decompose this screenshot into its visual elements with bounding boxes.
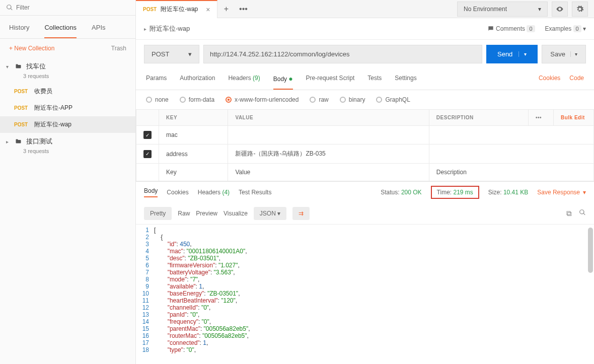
comments-button[interactable]: Comments 0 (487, 25, 535, 33)
chevron-down-icon: ▾ (188, 50, 192, 58)
tab-params[interactable]: Params (146, 68, 167, 90)
chevron-right-icon: ▸ (144, 26, 146, 32)
collection-name: 接口测试 (26, 137, 52, 146)
more-tabs-button[interactable]: ••• (235, 5, 252, 14)
status-label: Status: 200 OK (381, 189, 421, 196)
save-button[interactable]: Save▾ (542, 45, 586, 63)
resp-tab-tests[interactable]: Test Results (239, 189, 271, 196)
resp-tab-body[interactable]: Body (144, 187, 158, 197)
cell-key[interactable]: mac (159, 126, 228, 144)
request-name: 附近车位-APP (34, 104, 72, 112)
chevron-down-icon[interactable]: ▾ (518, 51, 527, 57)
checkbox[interactable]: ✓ (143, 131, 152, 139)
close-icon[interactable]: × (206, 6, 210, 14)
tab-collections[interactable]: Collections (44, 16, 77, 38)
collection-subtitle: 3 requests (23, 73, 135, 79)
tab-headers[interactable]: Headers (9) (228, 68, 260, 90)
breadcrumb[interactable]: ▸ 附近车位-wap (144, 24, 190, 33)
tab-authorization[interactable]: Authorization (180, 68, 215, 90)
request-item[interactable]: POST 附近车位-APP (0, 100, 135, 116)
radio-formdata[interactable]: form-data (180, 96, 214, 103)
tab-method: POST (143, 7, 157, 12)
cell-desc[interactable] (429, 144, 593, 164)
copy-icon[interactable]: ⧉ (566, 209, 572, 218)
collection-item[interactable]: ▾ 找车位 (0, 58, 135, 75)
filter-input[interactable] (16, 4, 129, 11)
cell-key[interactable]: Key (159, 164, 228, 181)
radio-binary[interactable]: binary (340, 96, 365, 103)
search-icon[interactable] (579, 209, 586, 218)
radio-urlencoded[interactable]: x-www-form-urlencoded (226, 96, 299, 103)
time-label: Time: 219 ms (431, 186, 479, 199)
request-tab[interactable]: POST 附近车位-wap × (136, 0, 217, 18)
col-desc: DESCRIPTION (429, 110, 528, 126)
request-method: POST (14, 89, 29, 94)
view-visualize[interactable]: Visualize (224, 210, 248, 217)
collection-item[interactable]: ▸ 接口测试 (0, 133, 135, 150)
cell-desc[interactable]: Description (429, 164, 593, 181)
tab-apis[interactable]: APIs (92, 16, 105, 38)
col-key: KEY (159, 110, 228, 126)
table-row[interactable]: ✓ mac (136, 126, 594, 144)
request-item[interactable]: POST 收费员 (0, 83, 135, 100)
cell-desc[interactable] (429, 126, 593, 144)
scrollbar[interactable] (588, 228, 593, 273)
chevron-right-icon: ▸ (6, 139, 10, 144)
tab-history[interactable]: History (9, 16, 29, 38)
cell-key[interactable]: address (159, 144, 228, 164)
request-method: POST (14, 105, 29, 111)
params-table: KEY VALUE DESCRIPTION ••• Bulk Edit ✓ ma… (136, 109, 594, 181)
save-response-button[interactable]: Save Response ▾ (537, 189, 586, 196)
cell-value[interactable]: Value (228, 164, 429, 181)
radio-none[interactable]: none (146, 96, 169, 103)
tab-settings[interactable]: Settings (395, 68, 416, 90)
method-select[interactable]: POST▾ (144, 45, 199, 63)
response-body[interactable]: 1[2 {3 "id": 450,4 "mac": "0001180614000… (136, 225, 594, 364)
more-icon[interactable]: ••• (529, 110, 554, 126)
send-button[interactable]: Send▾ (486, 45, 538, 63)
cell-value[interactable]: 新疆路-（国庆路-乌镇路）ZB-035 (228, 144, 429, 164)
eye-icon[interactable] (552, 2, 568, 17)
request-method: POST (14, 122, 29, 127)
environment-select[interactable]: No Environment ▾ (457, 2, 548, 17)
view-preview[interactable]: Preview (196, 210, 217, 217)
folder-icon (14, 63, 22, 69)
trash-link[interactable]: Trash (111, 45, 126, 52)
size-label: Size: 10.41 KB (488, 189, 528, 196)
tab-prerequest[interactable]: Pre-request Script (306, 68, 355, 90)
gear-icon[interactable] (572, 2, 588, 17)
search-icon (6, 4, 13, 11)
breadcrumb-name: 附近车位-wap (150, 24, 190, 33)
tab-title: 附近车位-wap (161, 5, 198, 14)
table-row[interactable]: ✓ address 新疆路-（国庆路-乌镇路）ZB-035 (136, 144, 594, 164)
chevron-down-icon: ▾ (538, 6, 541, 13)
view-pretty[interactable]: Pretty (144, 207, 172, 220)
col-value: VALUE (228, 110, 429, 126)
bulk-edit-link[interactable]: Bulk Edit (561, 115, 585, 120)
wrap-icon[interactable]: ⇉ (292, 207, 310, 220)
new-collection-button[interactable]: + New Collection (9, 45, 54, 52)
checkbox[interactable]: ✓ (143, 150, 152, 158)
tab-tests[interactable]: Tests (367, 68, 382, 90)
examples-button[interactable]: Examples 0 ▾ (545, 25, 586, 32)
new-tab-button[interactable]: + (217, 5, 235, 14)
resp-tab-cookies[interactable]: Cookies (167, 189, 188, 196)
folder-icon (14, 138, 22, 144)
url-input[interactable] (203, 45, 482, 63)
radio-raw[interactable]: raw (310, 96, 328, 103)
collection-name: 找车位 (26, 62, 46, 71)
cell-value[interactable] (228, 126, 429, 144)
table-row[interactable]: Key Value Description (136, 164, 594, 181)
view-raw[interactable]: Raw (178, 210, 190, 217)
radio-graphql[interactable]: GraphQL (376, 96, 410, 103)
cookies-link[interactable]: Cookies (539, 68, 560, 90)
chevron-down-icon[interactable]: ▾ (570, 51, 577, 57)
tab-body[interactable]: Body● (273, 68, 293, 90)
request-name: 收费员 (34, 87, 52, 96)
request-item[interactable]: POST 附近车位-wap (0, 116, 135, 133)
code-link[interactable]: Code (569, 68, 584, 90)
format-select[interactable]: JSON ▾ (254, 207, 286, 220)
request-name: 附近车位-wap (34, 120, 71, 129)
resp-tab-headers[interactable]: Headers (4) (198, 189, 230, 196)
environment-label: No Environment (464, 6, 507, 13)
